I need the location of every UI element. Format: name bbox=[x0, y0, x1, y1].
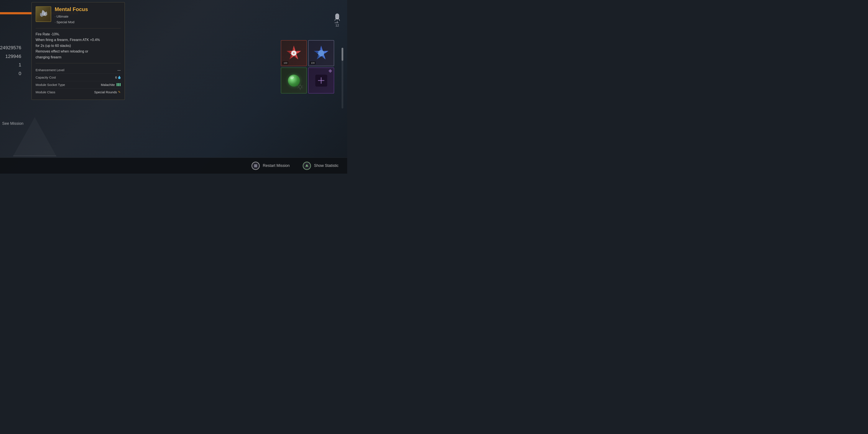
tooltip-panel: Mental Focus Ultimate Special Mod Fire R… bbox=[31, 2, 125, 100]
diamond-decoration bbox=[329, 69, 332, 73]
module-socket-value: Malachite bbox=[101, 83, 121, 87]
tertiary-value: 1 bbox=[0, 61, 21, 69]
scrollbar-track[interactable] bbox=[342, 48, 343, 108]
left-stats-panel: 24929576 129946 1 0 bbox=[0, 43, 28, 78]
capacity-cost-row: Capacity Cost 6 bbox=[36, 74, 121, 81]
module-class-label: Module Class bbox=[36, 90, 55, 94]
show-statistic-label: Show Statistic bbox=[314, 163, 339, 168]
red-starburst-icon: + bbox=[286, 45, 302, 61]
svg-point-0 bbox=[299, 86, 302, 89]
module-slot-3[interactable] bbox=[281, 67, 307, 94]
triangle-btn-inner bbox=[305, 164, 308, 167]
module-socket-row: Module Socket Type Malachite bbox=[36, 81, 121, 89]
circle-btn-inner bbox=[254, 164, 257, 167]
restart-mission-action[interactable]: Restart Mission bbox=[251, 162, 290, 170]
tooltip-title-area: Mental Focus Ultimate Special Mod bbox=[55, 6, 121, 25]
water-drop-icon bbox=[118, 75, 121, 79]
capacity-cost-value: 6 bbox=[115, 75, 121, 79]
enhancement-level-row: Enhancement Level — bbox=[36, 66, 121, 74]
mod-icon bbox=[38, 9, 49, 20]
dark-symbol-icon bbox=[315, 74, 328, 87]
module-slot-1[interactable]: + 100 bbox=[281, 40, 307, 66]
mod-description: Fire Rate -10%. When firing a firearm, F… bbox=[36, 31, 121, 60]
enhancement-level-label: Enhancement Level bbox=[36, 68, 64, 72]
module-class-value: Special Rounds ✎ bbox=[94, 90, 121, 94]
mic-number: 12 bbox=[336, 24, 339, 27]
tooltip-header: Mental Focus Ultimate Special Mod bbox=[36, 6, 121, 25]
mod-icon-wrapper bbox=[36, 6, 51, 22]
show-statistic-action[interactable]: Show Statistic bbox=[303, 162, 339, 170]
module-slots-grid: + 100 100 bbox=[281, 40, 334, 94]
divider-2 bbox=[36, 63, 121, 63]
secondary-value: 129946 bbox=[0, 52, 21, 61]
bottom-bar: Restart Mission Show Statistic bbox=[0, 158, 347, 174]
mod-tag-special: Special Mod bbox=[55, 19, 121, 25]
blue-starburst-icon bbox=[314, 45, 329, 61]
mic-area: 12 bbox=[333, 10, 341, 27]
mic-icon bbox=[333, 10, 341, 23]
pencil-icon: ✎ bbox=[118, 90, 121, 94]
module-slot-4[interactable] bbox=[308, 67, 334, 94]
show-statistic-button[interactable] bbox=[303, 162, 311, 170]
quaternary-value: 0 bbox=[0, 69, 21, 78]
module-class-row: Module Class Special Rounds ✎ bbox=[36, 89, 121, 96]
module-socket-label: Module Socket Type bbox=[36, 83, 65, 87]
restart-mission-label: Restart Mission bbox=[263, 163, 290, 168]
enhancement-level-value: — bbox=[117, 68, 121, 72]
slot-3-overlay-icon bbox=[295, 82, 305, 92]
mic-stand bbox=[335, 18, 340, 23]
scrollbar-thumb[interactable] bbox=[342, 48, 343, 61]
restart-mission-button[interactable] bbox=[251, 162, 260, 170]
score-value: 24929576 bbox=[0, 43, 21, 52]
module-slot-2[interactable]: 100 bbox=[308, 40, 334, 66]
malachite-bars-icon bbox=[117, 83, 121, 86]
slot-2-badge: 100 bbox=[310, 61, 315, 64]
mod-tag-ultimate: Ultimate bbox=[55, 14, 121, 19]
mod-name: Mental Focus bbox=[55, 6, 121, 12]
see-mission-label: See Mission bbox=[0, 121, 24, 126]
capacity-cost-label: Capacity Cost bbox=[36, 75, 56, 79]
slot-1-badge: 100 bbox=[282, 61, 288, 64]
stats-section: Enhancement Level — Capacity Cost 6 Modu… bbox=[36, 66, 121, 96]
